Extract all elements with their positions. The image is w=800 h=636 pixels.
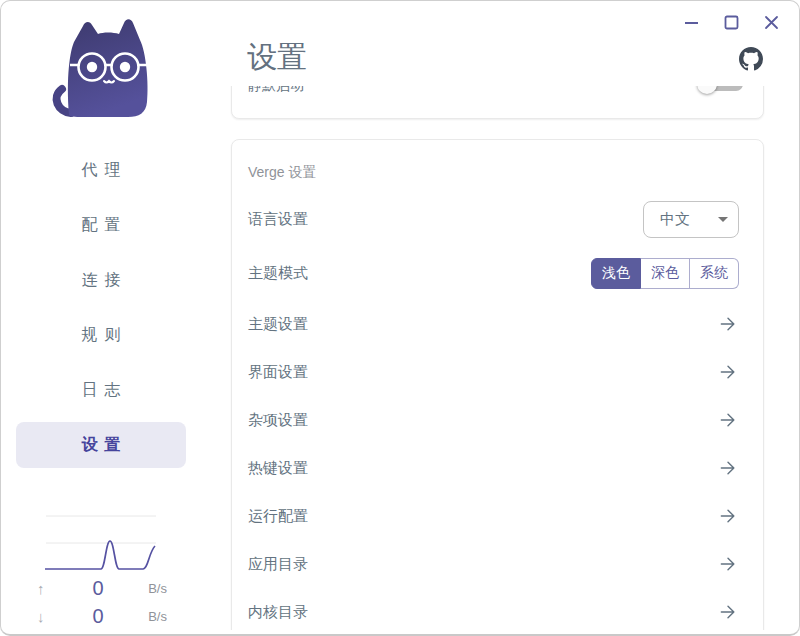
verge-settings-card: Verge 设置 语言设置 中文 主题模式 浅色 深色 系统 — [231, 139, 764, 630]
settings-scroll-area[interactable]: 静默启动 Verge 设置 语言设置 中文 主题模式 — [201, 86, 799, 630]
arrow-forward-icon[interactable] — [717, 601, 739, 623]
sidebar-item-proxy[interactable]: 代理 — [16, 147, 186, 193]
theme-mode-button-group: 浅色 深色 系统 — [591, 258, 739, 289]
runtime-config-label: 运行配置 — [248, 507, 717, 526]
hotkey-setting-row[interactable]: 热键设置 — [232, 444, 763, 492]
window-controls — [679, 11, 783, 33]
language-setting-row: 语言设置 中文 — [232, 192, 763, 246]
sidebar-item-settings[interactable]: 设置 — [16, 422, 186, 468]
arrow-forward-icon[interactable] — [717, 409, 739, 431]
language-value: 中文 — [660, 210, 718, 229]
system-settings-card-partial: 静默启动 — [231, 86, 764, 119]
hotkey-setting-label: 热键设置 — [248, 459, 717, 478]
language-label: 语言设置 — [248, 210, 643, 229]
core-dir-label: 内核目录 — [248, 603, 717, 622]
toggle-thumb — [697, 86, 717, 94]
interface-setting-label: 界面设置 — [248, 363, 717, 382]
misc-setting-row[interactable]: 杂项设置 — [232, 396, 763, 444]
verge-section-title: Verge 设置 — [232, 140, 763, 192]
runtime-config-row[interactable]: 运行配置 — [232, 492, 763, 540]
chevron-down-icon — [718, 217, 728, 222]
github-icon[interactable] — [737, 45, 765, 73]
theme-mode-row: 主题模式 浅色 深色 系统 — [232, 246, 763, 300]
theme-setting-label: 主题设置 — [248, 315, 717, 334]
theme-system-button[interactable]: 系统 — [690, 258, 739, 289]
arrow-forward-icon[interactable] — [717, 313, 739, 335]
app-window: 代理 配置 连接 规则 日志 设置 ↑ 0 B/s ↓ 0 B/s — [0, 0, 800, 636]
download-arrow-icon: ↓ — [37, 608, 63, 625]
upload-speed-unit: B/s — [133, 581, 167, 596]
theme-dark-button[interactable]: 深色 — [641, 258, 690, 289]
close-button[interactable] — [759, 11, 783, 33]
minimize-button[interactable] — [679, 11, 703, 33]
arrow-forward-icon[interactable] — [717, 361, 739, 383]
maximize-button[interactable] — [719, 11, 743, 33]
traffic-graph — [43, 506, 159, 576]
download-speed-value: 0 — [63, 605, 133, 628]
theme-light-button[interactable]: 浅色 — [591, 258, 641, 289]
page-title: 设置 — [247, 37, 307, 78]
sidebar: 代理 配置 连接 规则 日志 设置 ↑ 0 B/s ↓ 0 B/s — [1, 1, 201, 634]
upload-speed-row: ↑ 0 B/s — [37, 575, 167, 601]
clash-verge-cat-logo — [39, 11, 163, 129]
sidebar-nav: 代理 配置 连接 规则 日志 设置 — [16, 147, 186, 468]
arrow-forward-icon[interactable] — [717, 457, 739, 479]
theme-setting-row[interactable]: 主题设置 — [232, 300, 763, 348]
upload-speed-value: 0 — [63, 577, 133, 600]
interface-setting-row[interactable]: 界面设置 — [232, 348, 763, 396]
download-speed-unit: B/s — [133, 609, 167, 624]
silent-start-toggle[interactable] — [697, 86, 743, 94]
theme-mode-label: 主题模式 — [248, 264, 591, 283]
main-area: 设置 静默启动 Verge 设置 语言设置 中文 — [201, 1, 799, 634]
sidebar-item-rules[interactable]: 规则 — [16, 312, 186, 358]
download-speed-row: ↓ 0 B/s — [37, 603, 167, 629]
arrow-forward-icon[interactable] — [717, 553, 739, 575]
sidebar-item-logs[interactable]: 日志 — [16, 367, 186, 413]
sidebar-item-connections[interactable]: 连接 — [16, 257, 186, 303]
app-dir-label: 应用目录 — [248, 555, 717, 574]
language-select[interactable]: 中文 — [643, 201, 739, 238]
arrow-forward-icon[interactable] — [717, 505, 739, 527]
silent-start-label: 静默启动 — [248, 86, 304, 95]
misc-setting-label: 杂项设置 — [248, 411, 717, 430]
upload-arrow-icon: ↑ — [37, 580, 63, 597]
core-dir-row[interactable]: 内核目录 — [232, 588, 763, 630]
sidebar-item-profiles[interactable]: 配置 — [16, 202, 186, 248]
app-dir-row[interactable]: 应用目录 — [232, 540, 763, 588]
